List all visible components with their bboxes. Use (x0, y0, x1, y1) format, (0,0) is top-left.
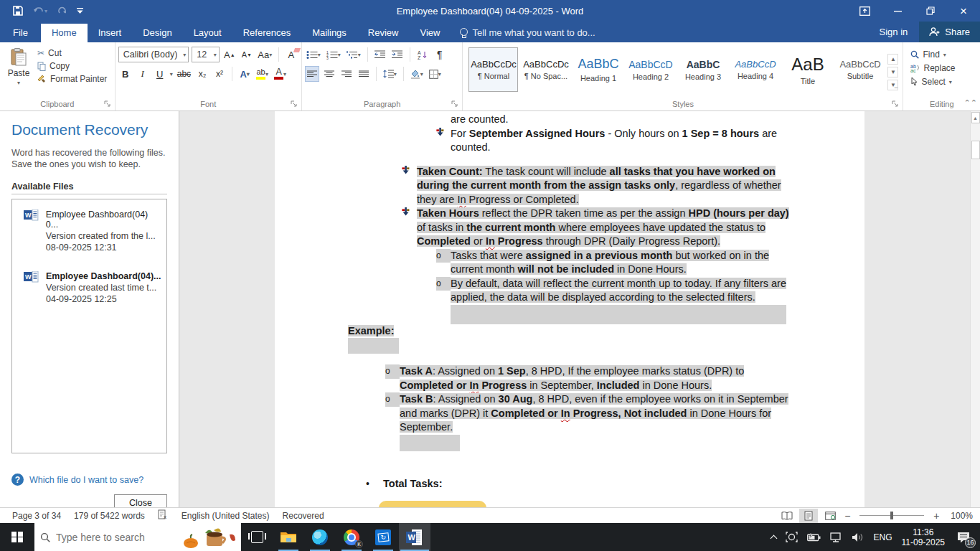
clear-formatting-button[interactable]: A (284, 47, 298, 62)
edge-taskbar-button[interactable] (304, 523, 336, 551)
strikethrough-button[interactable]: abc (176, 66, 192, 82)
zoom-slider[interactable] (859, 515, 924, 516)
scroll-up-button[interactable]: ▲ (971, 112, 980, 123)
print-layout-button[interactable] (799, 509, 818, 523)
styles-scroll-up-button[interactable]: ▲ (887, 54, 898, 65)
sync-app-taskbar-button[interactable]: ↻ (367, 523, 399, 551)
web-layout-button[interactable] (821, 509, 839, 523)
paragraph[interactable]: •Total Tasks: (383, 477, 796, 491)
share-button[interactable]: Share (919, 22, 980, 42)
select-button[interactable]: Select ▾ (910, 77, 973, 87)
font-size-combo[interactable]: 12 ▾ (192, 47, 220, 62)
battery-tray-icon[interactable] (807, 533, 821, 542)
paragraph[interactable]: Taken Hours reflect the DPR taken time a… (417, 207, 796, 249)
language-indicator[interactable]: ENG (873, 532, 892, 542)
borders-button[interactable]: ▾ (428, 66, 443, 82)
underline-button[interactable]: U (153, 66, 167, 82)
style-title[interactable]: AaBTitle (783, 47, 832, 92)
tab-home[interactable]: Home (41, 24, 88, 42)
paragraph[interactable]: For September Assigned Hours - Only hour… (451, 127, 796, 155)
increase-indent-button[interactable] (390, 47, 405, 62)
align-left-button[interactable] (305, 66, 319, 82)
start-button[interactable] (0, 523, 34, 551)
recovered-file-item[interactable]: W Employee Dashboard(04) 0... Version cr… (17, 209, 162, 253)
paragraph[interactable]: oTask B: Assigned on 30 Aug, 8 HPD, even… (400, 392, 796, 435)
zoom-slider-thumb[interactable] (890, 512, 893, 519)
paragraph[interactable]: Example: (348, 324, 796, 339)
read-mode-button[interactable] (778, 509, 796, 523)
language-indicator[interactable]: English (United States) (175, 511, 276, 521)
style-heading-4[interactable]: AaBbCcDHeading 4 (730, 47, 780, 92)
paragraph[interactable]: Taken Count: The task count will include… (417, 165, 796, 207)
replace-button[interactable]: abac Replace (910, 63, 973, 73)
styles-more-button[interactable]: ▼̲ (887, 80, 898, 90)
style-heading-2[interactable]: AaBbCcDHeading 2 (626, 47, 675, 92)
tab-file[interactable]: File (0, 24, 41, 42)
show-hidden-icons-button[interactable] (771, 534, 776, 541)
style-no-spacing[interactable]: AaBbCcDc¶ No Spac... (521, 47, 570, 92)
word-taskbar-button[interactable]: W (399, 523, 430, 551)
styles-scroll-down-button[interactable]: ▼ (887, 67, 898, 77)
paragraph-dialog-launcher[interactable] (451, 100, 458, 108)
chrome-taskbar-button[interactable]: K (336, 523, 367, 551)
align-right-button[interactable] (339, 66, 354, 82)
file-explorer-taskbar-button[interactable] (273, 523, 304, 551)
tab-layout[interactable]: Layout (183, 24, 232, 42)
highlight-button[interactable]: ab ▾ (255, 66, 270, 82)
format-painter-button[interactable]: Format Painter (37, 74, 107, 84)
decrease-indent-button[interactable] (373, 47, 387, 62)
close-button[interactable]: × (947, 0, 980, 22)
zoom-out-button[interactable]: − (842, 510, 852, 522)
screen-cast-tray-icon[interactable] (786, 532, 798, 542)
word-count[interactable]: 179 of 5422 words (67, 511, 151, 521)
style-heading-1[interactable]: AaBbCHeading 1 (573, 47, 623, 92)
grow-font-button[interactable]: A▲ (222, 47, 237, 62)
change-case-button[interactable]: Aa▾ (257, 47, 273, 62)
recovered-file-item[interactable]: W Employee Dashboard(04)... Version crea… (17, 271, 162, 304)
collapse-ribbon-button[interactable]: ⌃⌃ (964, 98, 977, 108)
vertical-scrollbar[interactable]: ▲ (970, 111, 980, 507)
taskbar-clock[interactable]: 11:36 11-09-2025 (902, 527, 946, 547)
which-file-help-link[interactable]: ? Which file do I want to save? (11, 474, 167, 486)
ribbon-display-options-button[interactable] (848, 0, 881, 22)
tab-view[interactable]: View (409, 24, 451, 42)
tab-mailings[interactable]: Mailings (301, 24, 357, 42)
styles-dialog-launcher[interactable] (892, 100, 898, 108)
undo-button[interactable]: ▾ (33, 6, 47, 15)
document-page[interactable]: are counted.For September Assigned Hours… (275, 111, 864, 507)
italic-button[interactable]: I (136, 66, 150, 82)
zoom-in-button[interactable]: + (931, 510, 941, 522)
tab-insert[interactable]: Insert (88, 24, 133, 42)
paragraph[interactable]: oBy default, data will reflect the curre… (451, 277, 796, 305)
redo-button[interactable] (57, 6, 67, 16)
font-color-button[interactable]: A ▾ (273, 66, 288, 82)
paste-button[interactable]: Paste ▾ (3, 45, 34, 98)
font-dialog-launcher[interactable] (291, 100, 297, 108)
minimize-button[interactable] (881, 0, 914, 22)
bullets-button[interactable]: ▾ (305, 47, 322, 62)
cut-button[interactable]: ✂ Cut (37, 48, 107, 58)
pane-close-button[interactable]: Close (114, 494, 167, 507)
style-subtitle[interactable]: AaBbCcDSubtitle (835, 47, 885, 92)
sort-button[interactable]: AZ (415, 47, 430, 62)
shading-button[interactable]: ▾ (409, 66, 425, 82)
tell-me-box[interactable]: Tell me what you want to do... (451, 24, 603, 42)
taskbar-search-box[interactable] (34, 523, 241, 551)
search-input[interactable] (56, 532, 164, 543)
tab-references[interactable]: References (232, 24, 301, 42)
superscript-button[interactable]: x² (212, 66, 227, 82)
justify-button[interactable] (357, 66, 371, 82)
volume-tray-icon[interactable] (852, 532, 864, 542)
shrink-font-button[interactable]: A▼ (240, 47, 254, 62)
numbering-button[interactable]: 123▾ (325, 47, 342, 62)
style-heading-3[interactable]: AaBbCHeading 3 (678, 47, 727, 92)
restore-button[interactable] (914, 0, 947, 22)
proofing-status-icon[interactable]: x (151, 509, 175, 522)
page-indicator[interactable]: Page 3 of 34 (6, 511, 67, 521)
align-center-button[interactable] (322, 66, 336, 82)
style-normal[interactable]: AaBbCcDc¶ Normal (468, 47, 518, 92)
tab-design[interactable]: Design (132, 24, 182, 42)
action-center-button[interactable]: 16 (954, 528, 973, 547)
copy-button[interactable]: Copy (37, 61, 107, 71)
show-formatting-marks-button[interactable]: ¶ (433, 47, 447, 62)
